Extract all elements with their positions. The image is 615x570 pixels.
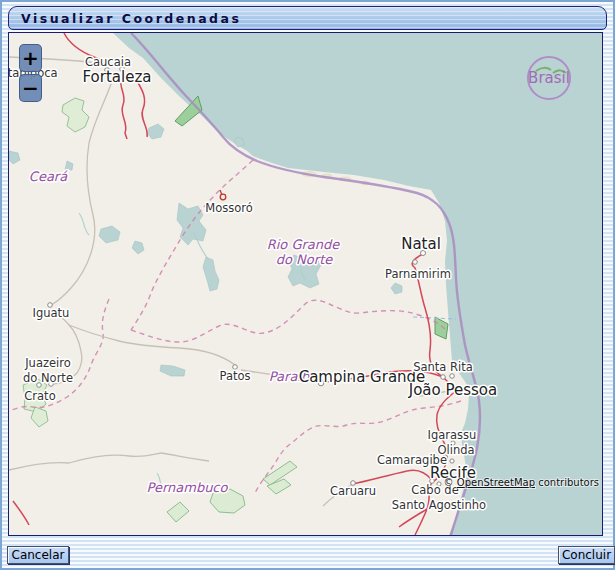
attribution-copyright: ©: [444, 477, 457, 488]
zoom-out-button[interactable]: −: [19, 74, 42, 102]
label-caucaia: Caucaia: [85, 55, 131, 69]
label-joao-pessoa: João Pessoa: [408, 381, 497, 399]
label-fortaleza: Fortaleza: [83, 68, 152, 86]
label-crato: Crato: [24, 389, 55, 403]
cancel-button[interactable]: Cancelar: [7, 546, 69, 564]
dialog-window: Visualizar Coordenadas: [0, 0, 615, 570]
confirm-button[interactable]: Concluir: [558, 546, 615, 564]
label-mossoro: Mossoró: [205, 201, 253, 215]
map-canvas: Ceará Rio Grande do Norte Paraíba Pernam…: [9, 33, 602, 535]
label-parnamirim: Parnamirim: [385, 267, 451, 281]
label-campina-grande: Campina Grande: [299, 368, 426, 386]
dialog-titlebar[interactable]: Visualizar Coordenadas: [8, 6, 607, 30]
minus-icon: −: [22, 78, 39, 98]
label-igarassu: Igarassu: [428, 428, 477, 442]
label-brasil: Brasil: [528, 69, 570, 87]
label-iguatu: Iguatu: [33, 306, 70, 320]
zoom-in-button[interactable]: +: [19, 44, 42, 72]
openstreetmap-link[interactable]: OpenStreetMap: [457, 477, 535, 488]
label-rio-grande-do-norte-2: do Norte: [276, 252, 333, 267]
label-rio-grande-do-norte-1: Rio Grande: [267, 237, 341, 252]
label-juazeiro-2: do Norte: [23, 371, 73, 385]
label-juazeiro-1: Juazeiro: [24, 356, 71, 370]
confirm-button-label: Concluir: [562, 548, 611, 562]
attribution-suffix: contributors: [535, 477, 599, 488]
label-patos: Patos: [219, 369, 250, 383]
map-panel[interactable]: Ceará Rio Grande do Norte Paraíba Pernam…: [8, 32, 603, 536]
label-pernambuco: Pernambuco: [147, 480, 229, 495]
zoom-controls: + −: [19, 44, 42, 104]
label-ceara: Ceará: [29, 169, 68, 184]
plus-icon: +: [22, 48, 39, 68]
cancel-button-label: Cancelar: [12, 548, 65, 562]
label-natal: Natal: [401, 235, 441, 253]
label-cabo-2: Santo Agostinho: [392, 498, 486, 512]
dialog-title: Visualizar Coordenadas: [21, 11, 241, 26]
attribution: © OpenStreetMap contributors: [444, 477, 599, 488]
label-santa-rita: Santa Rita: [413, 360, 473, 374]
label-caruaru: Caruaru: [330, 484, 376, 498]
